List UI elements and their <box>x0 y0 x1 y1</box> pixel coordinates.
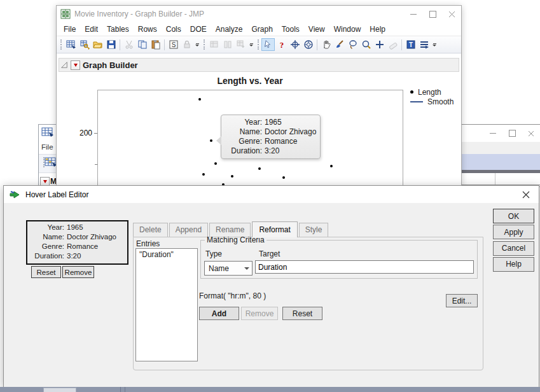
tooltip-value: 1965 <box>265 118 316 127</box>
menu-tools[interactable]: Tools <box>277 24 304 35</box>
legend: Length Smooth <box>410 87 453 106</box>
bg-table-cells <box>459 173 540 185</box>
maximize-button[interactable] <box>423 6 442 22</box>
type-dropdown-value: Name <box>205 264 242 273</box>
data-point[interactable] <box>330 165 333 167</box>
open-database-icon[interactable] <box>78 38 91 51</box>
tooltip-label: Genre: <box>224 137 262 146</box>
toolbar-overflow-icon[interactable] <box>195 43 199 46</box>
grow-tool-icon[interactable] <box>373 38 386 51</box>
tab-delete[interactable]: Delete <box>133 223 168 237</box>
tooltip-label: Duration: <box>224 146 262 156</box>
close-button[interactable] <box>517 189 535 200</box>
data-point[interactable] <box>202 173 205 176</box>
plot-area[interactable]: Year:1965 Name:Doctor Zhivago Genre:Roma… <box>97 90 403 186</box>
help-button[interactable]: Help <box>493 257 534 272</box>
close-button[interactable] <box>522 125 540 142</box>
maximize-button[interactable] <box>502 125 522 142</box>
data-point[interactable] <box>282 176 285 179</box>
crosshair-tool-icon[interactable] <box>288 38 301 51</box>
data-point[interactable] <box>198 98 201 101</box>
menu-file[interactable]: File <box>59 24 80 35</box>
tab-append[interactable]: Append <box>169 223 208 237</box>
minimize-button[interactable] <box>483 125 502 142</box>
tab-reformat[interactable]: Reformat <box>252 221 297 237</box>
menu-edit[interactable]: Edit <box>80 24 102 35</box>
bg-file-menu[interactable]: File <box>41 143 53 151</box>
entries-label: Entries <box>136 239 160 248</box>
data-point[interactable] <box>214 162 217 165</box>
dialog-title: Hover Label Editor <box>25 190 539 199</box>
apply-button[interactable]: Apply <box>493 225 534 239</box>
window-title: Movie Inventory - Graph Builder - JMP <box>74 10 404 18</box>
ok-button[interactable]: OK <box>493 209 534 223</box>
menu-help[interactable]: Help <box>365 24 390 35</box>
paste-icon[interactable] <box>149 38 162 51</box>
y-axis-tick-label: 200 <box>72 129 92 137</box>
dialog-title-bar: Hover Label Editor <box>4 186 539 203</box>
preview-value: Doctor Zhivago <box>67 232 126 242</box>
open-file-icon[interactable] <box>91 38 104 51</box>
magnifier-tool-icon[interactable] <box>359 38 373 51</box>
target-input[interactable] <box>255 260 474 274</box>
toolbar-overflow-icon[interactable] <box>249 43 253 46</box>
tab-style[interactable]: Style <box>299 223 329 237</box>
format-expression: Format( "hr:m", 80 ) <box>199 291 266 300</box>
disclosure-icon[interactable] <box>60 61 68 69</box>
legend-item-length: Length <box>410 87 453 97</box>
columns-icon <box>221 38 234 51</box>
line-marker-icon <box>410 101 423 102</box>
cancel-button[interactable]: Cancel <box>493 241 534 256</box>
toolbar-overflow-icon[interactable] <box>433 43 436 46</box>
entries-listbox[interactable]: "Duration" <box>135 248 198 361</box>
help-tool-icon[interactable]: ? <box>275 38 288 51</box>
edit-button[interactable]: Edit... <box>446 294 478 307</box>
data-point[interactable] <box>258 167 261 170</box>
background-window-right <box>459 124 540 187</box>
remove-button: Remove <box>241 307 278 320</box>
red-triangle-icon <box>43 180 47 183</box>
menu-graph[interactable]: Graph <box>247 24 277 35</box>
svg-text:S: S <box>171 41 176 48</box>
preview-label: Duration: <box>27 251 64 261</box>
minimize-icon <box>410 14 417 15</box>
target-tool-icon[interactable] <box>301 38 315 51</box>
bg-toolbar-icon[interactable] <box>45 157 57 169</box>
preview-remove-button[interactable]: Remove <box>62 266 94 278</box>
legend-item-smooth: Smooth <box>410 97 453 106</box>
minimize-button[interactable] <box>404 6 423 22</box>
panel-title: Graph Builder <box>83 60 138 70</box>
brush-tool-icon[interactable] <box>333 38 346 51</box>
script-window-icon[interactable]: S <box>167 38 180 51</box>
lasso-tool-icon[interactable] <box>346 38 359 51</box>
menu-cols[interactable]: Cols <box>162 24 186 35</box>
menu-rows[interactable]: Rows <box>134 24 162 35</box>
add-button[interactable]: Add <box>199 307 239 320</box>
type-dropdown[interactable]: Name <box>204 261 253 276</box>
jmp-app-icon <box>57 6 74 22</box>
menu-tables[interactable]: Tables <box>102 24 134 35</box>
tab-rename[interactable]: Rename <box>209 223 251 237</box>
menu-view[interactable]: View <box>304 24 329 35</box>
save-icon[interactable] <box>104 38 118 51</box>
close-button[interactable] <box>442 6 461 22</box>
preview-value: 3:20 <box>67 251 126 261</box>
menu-analyze[interactable]: Analyze <box>211 24 247 35</box>
reset-button[interactable]: Reset <box>282 307 322 320</box>
red-triangle-menu-button[interactable] <box>71 60 80 70</box>
hand-tool-icon[interactable] <box>319 38 333 51</box>
preview-reset-button[interactable]: Reset <box>31 266 61 278</box>
arrow-tool-icon[interactable] <box>261 38 275 51</box>
line-annotate-tool-icon[interactable] <box>417 38 431 51</box>
menu-doe[interactable]: DOE <box>186 24 211 35</box>
close-icon <box>528 130 534 137</box>
text-annotate-tool-icon[interactable]: T <box>404 38 417 51</box>
preview-value: 1965 <box>67 223 126 232</box>
new-data-table-icon[interactable] <box>64 38 78 51</box>
data-point[interactable] <box>231 175 233 178</box>
data-point-hovered[interactable] <box>210 139 212 142</box>
menu-window[interactable]: Window <box>329 24 366 35</box>
copy-icon[interactable] <box>135 38 149 51</box>
entries-list-item[interactable]: "Duration" <box>136 249 197 260</box>
graph-builder-header[interactable]: Graph Builder <box>59 58 459 72</box>
